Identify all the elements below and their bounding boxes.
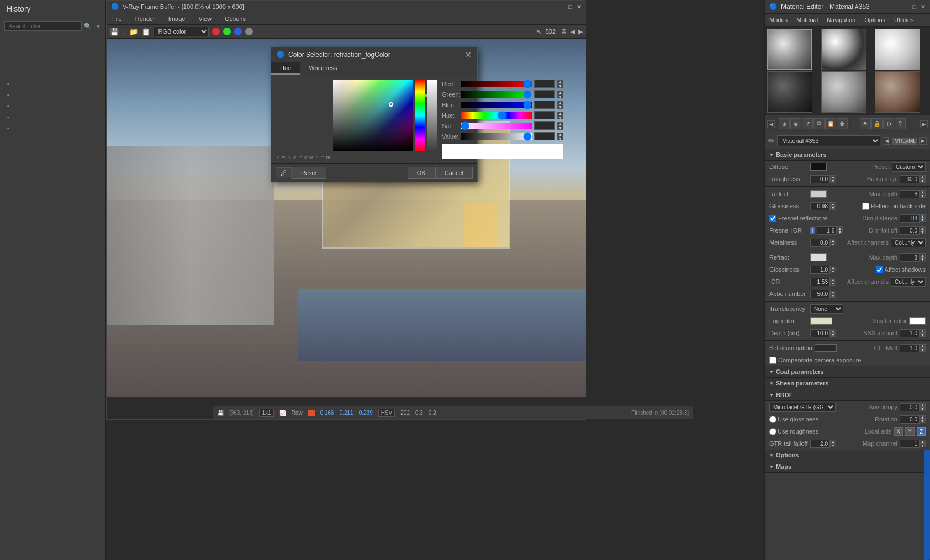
refract-affect-select[interactable]: Col...nly [891, 277, 926, 287]
mult-down[interactable]: ▼ [920, 348, 926, 352]
fresnel-ior-lock[interactable]: i [810, 227, 815, 234]
tool-save-icon[interactable]: 💾 [110, 28, 119, 36]
sphere-5[interactable] [821, 71, 866, 113]
mult-value[interactable]: 1.0 [900, 344, 920, 352]
self-illum-swatch[interactable] [815, 344, 837, 352]
tool-options[interactable]: ⚙ [883, 118, 894, 129]
cursor-icon[interactable]: ↖ [536, 28, 542, 36]
rotation-value[interactable]: 0.0 [900, 415, 920, 424]
mat-maximize-icon[interactable]: □ [912, 3, 916, 10]
tool-history-icon[interactable]: 📋 [141, 28, 150, 36]
sat-slider[interactable] [461, 123, 532, 129]
channel-g-dot[interactable] [223, 28, 231, 35]
red-down[interactable]: ▼ [557, 84, 563, 88]
maxd-up[interactable]: ▲ [920, 190, 926, 194]
mat-minimize-icon[interactable]: ─ [904, 3, 908, 10]
fior-down[interactable]: ▼ [837, 230, 843, 234]
cancel-button[interactable]: Cancel [435, 167, 473, 179]
history-item-1[interactable]: ▪ [0, 78, 105, 89]
brdf-header[interactable]: BRDF [765, 389, 930, 401]
sphere-4[interactable] [767, 71, 812, 113]
tool-nav-icon[interactable]: ↕ [122, 28, 126, 36]
gloss-up[interactable]: ▲ [830, 202, 836, 206]
glossiness-value[interactable]: 0.98 [810, 202, 830, 210]
aniso-down[interactable]: ▼ [920, 407, 926, 411]
scroll-left-mat[interactable]: ◀ [883, 137, 890, 145]
green-down[interactable]: ▼ [557, 94, 563, 98]
brdf-type-select[interactable]: Microfacet GTR (GGX) [769, 403, 836, 412]
sss-up[interactable]: ▲ [920, 329, 926, 333]
blue-down[interactable]: ▼ [557, 105, 563, 109]
maxd-down[interactable]: ▼ [920, 194, 926, 198]
coat-params-header[interactable]: Coat parameters [765, 366, 930, 378]
mat-close-icon[interactable]: ✕ [921, 3, 926, 10]
sphere-6[interactable] [875, 71, 920, 113]
menu-render[interactable]: Render [132, 14, 158, 23]
channel-b-dot[interactable] [234, 28, 242, 35]
arrow-icon[interactable]: ◀ [570, 28, 575, 35]
bump-up[interactable]: ▲ [920, 175, 926, 179]
ior-up[interactable]: ▲ [830, 278, 836, 282]
menu-image[interactable]: Image [165, 14, 189, 23]
dimf-down[interactable]: ▼ [920, 230, 926, 234]
sphere-1[interactable] [767, 29, 812, 70]
fior-up[interactable]: ▲ [837, 226, 843, 230]
tool-reset[interactable]: ↺ [802, 118, 813, 129]
scroll-left-icon[interactable]: ◀ [767, 120, 775, 128]
use-gloss-check[interactable]: Use glossiness [769, 416, 818, 423]
bump-map-value[interactable]: 30.0 [900, 175, 920, 183]
arrow-right-icon[interactable]: ▶ [578, 28, 583, 35]
sat-value[interactable]: 0 [534, 121, 555, 130]
green-slider[interactable] [461, 91, 532, 98]
mat-menu-modes[interactable]: Modes [765, 15, 792, 25]
refract-gloss-value[interactable]: 1.0 [810, 266, 830, 274]
mat-menu-material[interactable]: Material [792, 15, 822, 25]
ior-down[interactable]: ▼ [830, 282, 836, 286]
basic-params-header[interactable]: Basic parameters [765, 149, 930, 161]
sphere-3[interactable] [875, 29, 920, 70]
rot-down[interactable]: ▼ [920, 419, 926, 423]
hsv-select[interactable]: HSV [378, 409, 395, 417]
max-depth-value[interactable]: 8 [900, 190, 920, 198]
minimize-icon[interactable]: ─ [560, 3, 564, 10]
tab-whiteness[interactable]: Whiteness [300, 62, 346, 75]
compensate-check[interactable]: Compensate camera exposure [769, 357, 861, 364]
val-down[interactable]: ▼ [557, 136, 563, 140]
rgloss-up[interactable]: ▲ [830, 266, 836, 270]
red-slider[interactable] [461, 81, 532, 87]
sat-down[interactable]: ▼ [557, 126, 563, 130]
reflect-swatch[interactable] [810, 190, 827, 198]
hue-slider[interactable] [461, 112, 532, 119]
maximize-icon[interactable]: □ [568, 3, 572, 10]
hue-up[interactable]: ▲ [557, 112, 563, 115]
channel-r-dot[interactable] [212, 28, 220, 35]
history-item-4[interactable]: ▪ [0, 112, 105, 123]
diffuse-swatch[interactable] [810, 163, 827, 171]
hue-down[interactable]: ▼ [557, 115, 563, 119]
green-up[interactable]: ▲ [557, 91, 563, 94]
val-value[interactable]: 255 [534, 132, 555, 140]
green-value[interactable]: 255 [534, 90, 555, 98]
metalness-value[interactable]: 0.0 [810, 239, 830, 247]
sat-up[interactable]: ▲ [557, 122, 563, 126]
blue-up[interactable]: ▲ [557, 101, 563, 105]
dimd-up[interactable]: ▲ [920, 214, 926, 218]
close-icon[interactable]: ✕ [577, 3, 582, 10]
axis-x-btn[interactable]: X [894, 427, 903, 436]
red-up[interactable]: ▲ [557, 80, 563, 84]
graph-icon[interactable]: 📈 [279, 410, 286, 416]
scale-select[interactable]: 1x1 [259, 409, 273, 417]
tool-show[interactable]: 👁 [860, 118, 871, 129]
mat-menu-options[interactable]: Options [860, 15, 890, 25]
fresnel-ior-value[interactable]: 1.6 [817, 226, 837, 235]
channel-all-dot[interactable] [245, 28, 253, 35]
sss-down[interactable]: ▼ [920, 333, 926, 337]
metal-up[interactable]: ▲ [830, 239, 836, 242]
color-dialog-close-icon[interactable]: ✕ [465, 50, 472, 59]
tool-hide[interactable]: 🔒 [871, 118, 883, 129]
roughness-down[interactable]: ▼ [830, 179, 836, 183]
red-value[interactable]: 255 [534, 80, 555, 88]
dim-dist-value[interactable]: 84 [900, 214, 920, 223]
dimd-down[interactable]: ▼ [920, 218, 926, 222]
fog-color-swatch[interactable] [810, 317, 832, 325]
